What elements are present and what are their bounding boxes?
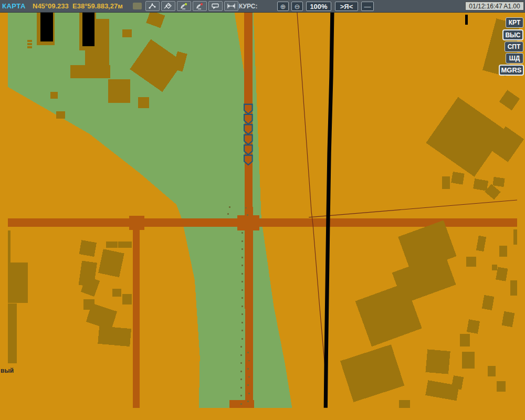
building — [488, 366, 496, 376]
compass-icon — [163, 3, 173, 9]
building — [442, 176, 450, 188]
zoom-in-button[interactable]: ⊕ — [277, 2, 289, 11]
satellite-red-button[interactable] — [193, 1, 207, 11]
compass-button[interactable] — [161, 1, 175, 11]
building — [70, 65, 110, 78]
building — [460, 334, 469, 346]
road-vertical-west — [133, 227, 140, 407]
building — [138, 97, 149, 108]
zoom-out-button[interactable]: ⊖ — [291, 2, 303, 11]
zoom-level-button[interactable]: 100% — [306, 2, 331, 11]
map-canvas[interactable]: вый — [0, 13, 525, 420]
building — [122, 29, 131, 37]
map-graphics — [0, 13, 525, 420]
message-button[interactable] — [208, 1, 223, 11]
cursor-coordinates: N45°09.233 E38°59.883,27м — [33, 2, 123, 10]
message-icon — [211, 3, 220, 9]
building — [466, 257, 476, 267]
building — [50, 92, 58, 99]
place-label: вый — [1, 367, 14, 374]
satellite-dish-red-icon — [195, 3, 205, 9]
building — [8, 262, 28, 303]
building — [27, 40, 32, 42]
building — [492, 265, 498, 270]
side-button-vys[interactable]: ВЫС — [502, 29, 523, 40]
building — [106, 242, 117, 248]
building — [8, 230, 10, 264]
building — [118, 242, 132, 248]
building — [112, 289, 121, 297]
road-vertical-main — [244, 13, 253, 408]
building — [465, 15, 468, 25]
side-button-mgrs[interactable]: MGRS — [499, 65, 524, 76]
building — [79, 240, 97, 257]
building — [122, 294, 131, 304]
status-indicator — [133, 3, 142, 9]
measure-button[interactable] — [224, 1, 238, 11]
satellite-dish-green-icon — [179, 3, 189, 9]
building — [499, 246, 507, 256]
building — [56, 111, 65, 119]
map-application: КАРТА N45°09.233 E38°59.883,27м — [0, 0, 525, 420]
building — [40, 13, 53, 41]
building — [425, 349, 450, 374]
dash-button[interactable]: — — [361, 2, 374, 11]
ruler-icon — [226, 3, 236, 9]
building — [8, 303, 17, 363]
course-label: КУРС: — [239, 3, 257, 10]
building — [497, 381, 505, 391]
building — [467, 319, 480, 334]
building — [452, 375, 464, 390]
side-button-shd[interactable]: ШД — [506, 53, 523, 64]
building — [399, 400, 410, 408]
building — [108, 79, 130, 103]
building — [492, 177, 505, 187]
satellite-green-button[interactable] — [177, 1, 191, 11]
route-icon — [148, 3, 158, 9]
building — [510, 280, 517, 296]
building — [98, 326, 131, 346]
building — [462, 352, 475, 369]
side-button-spt[interactable]: СПТ — [505, 41, 523, 52]
building — [82, 13, 94, 46]
building — [451, 172, 465, 185]
app-title: КАРТА — [2, 2, 26, 10]
road-junction-main — [237, 215, 260, 230]
building — [513, 229, 517, 245]
side-button-krt[interactable]: КРТ — [506, 17, 523, 28]
building — [496, 267, 508, 281]
route-button[interactable] — [145, 1, 160, 11]
toolbar: КАРТА N45°09.233 E38°59.883,27м — [0, 0, 525, 13]
building — [27, 46, 32, 48]
center-on-self-button[interactable]: >Я< — [335, 2, 358, 11]
building — [27, 43, 32, 45]
timestamp: 01/12:16:47 A1.00 — [465, 2, 524, 10]
